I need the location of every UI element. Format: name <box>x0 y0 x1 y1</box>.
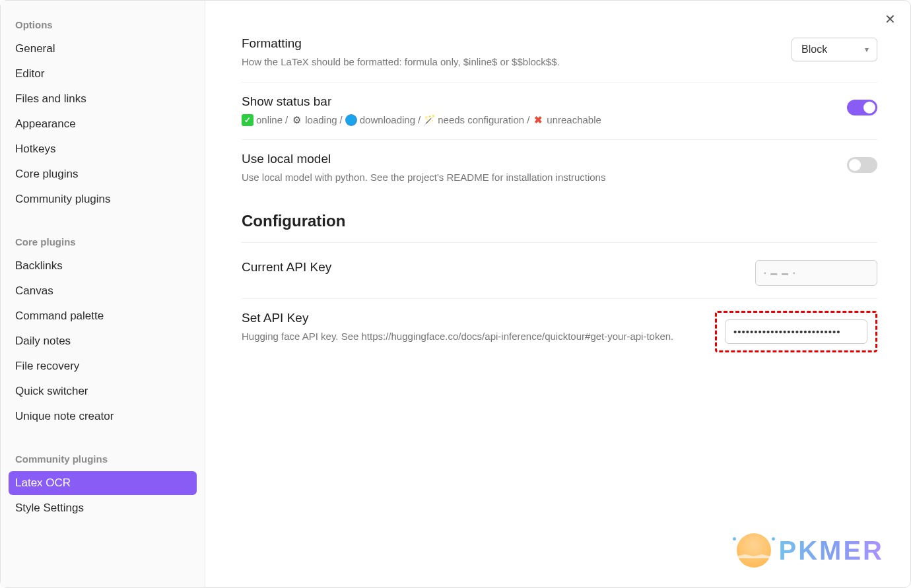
sidebar: Options General Editor Files and links A… <box>1 1 205 587</box>
sidebar-item-quick-switcher[interactable]: Quick switcher <box>9 379 197 403</box>
sidebar-item-file-recovery[interactable]: File recovery <box>9 354 197 378</box>
sidebar-header-core-plugins: Core plugins <box>9 231 197 254</box>
status-online-label: online <box>256 113 283 128</box>
setting-set-api-key: Set API Key Hugging face API key. See ht… <box>242 299 877 364</box>
sidebar-item-files-links[interactable]: Files and links <box>9 87 197 111</box>
status-unreachable-label: unreachable <box>547 113 601 128</box>
sidebar-item-community-plugins[interactable]: Community plugins <box>9 187 197 211</box>
sidebar-item-backlinks[interactable]: Backlinks <box>9 254 197 278</box>
setting-current-api-key: Current API Key ▪ ▬ ▬ ▪ <box>242 248 877 299</box>
setting-title: Show status bar <box>242 94 827 109</box>
setting-title: Set API Key <box>242 311 695 325</box>
sidebar-item-daily-notes[interactable]: Daily notes <box>9 329 197 353</box>
setting-title: Use local model <box>242 152 827 166</box>
sidebar-item-canvas[interactable]: Canvas <box>9 279 197 303</box>
close-button[interactable]: ✕ <box>885 13 896 26</box>
sidebar-item-core-plugins[interactable]: Core plugins <box>9 162 197 186</box>
status-needs-config-label: needs configuration <box>438 113 524 128</box>
setting-formatting: Formatting How the LaTeX should be forma… <box>242 24 877 82</box>
sidebar-item-style-settings[interactable]: Style Settings <box>9 496 197 520</box>
check-icon: ✓ <box>242 114 253 126</box>
globe-icon: 🌐 <box>345 114 357 126</box>
api-key-highlight <box>715 311 877 352</box>
watermark-text: PKMER <box>779 536 884 566</box>
setting-desc: How the LaTeX should be formatted: formu… <box>242 55 772 70</box>
configuration-heading: Configuration <box>242 212 877 243</box>
setting-title: Current API Key <box>242 260 735 275</box>
watermark-orb-icon <box>737 533 771 568</box>
api-key-input[interactable] <box>725 319 867 344</box>
watermark: PKMER <box>737 533 884 568</box>
sidebar-header-community-plugins: Community plugins <box>9 448 197 471</box>
gear-icon: ⚙ <box>290 114 302 126</box>
wand-icon: 🪄 <box>423 114 435 126</box>
sidebar-header-options: Options <box>9 14 197 37</box>
settings-dialog: Options General Editor Files and links A… <box>0 0 911 588</box>
setting-desc: Use local model with python. See the pro… <box>242 170 827 185</box>
setting-desc: Hugging face API key. See https://huggin… <box>242 329 695 344</box>
status-loading-label: loading <box>305 113 337 128</box>
sidebar-item-unique-note-creator[interactable]: Unique note creator <box>9 405 197 428</box>
sidebar-item-editor[interactable]: Editor <box>9 62 197 86</box>
status-bar-legend: ✓ online / ⚙ loading / 🌐 downloading / 🪄… <box>242 113 601 128</box>
sidebar-item-latex-ocr[interactable]: Latex OCR <box>9 471 197 495</box>
sidebar-item-command-palette[interactable]: Command palette <box>9 304 197 328</box>
formatting-select[interactable]: Block <box>792 38 877 61</box>
current-api-key-display: ▪ ▬ ▬ ▪ <box>755 260 877 286</box>
sidebar-item-appearance[interactable]: Appearance <box>9 112 197 136</box>
local-model-toggle[interactable] <box>847 157 877 173</box>
x-icon: ✖ <box>532 114 544 126</box>
setting-status-bar: Show status bar ✓ online / ⚙ loading / 🌐… <box>242 82 877 141</box>
sidebar-item-general[interactable]: General <box>9 37 197 61</box>
sidebar-item-hotkeys[interactable]: Hotkeys <box>9 137 197 161</box>
setting-local-model: Use local model Use local model with pyt… <box>242 140 877 197</box>
status-downloading-label: downloading <box>360 113 415 128</box>
status-bar-toggle[interactable] <box>847 100 877 115</box>
setting-title: Formatting <box>242 36 772 51</box>
settings-pane: ✕ Formatting How the LaTeX should be for… <box>205 1 910 587</box>
